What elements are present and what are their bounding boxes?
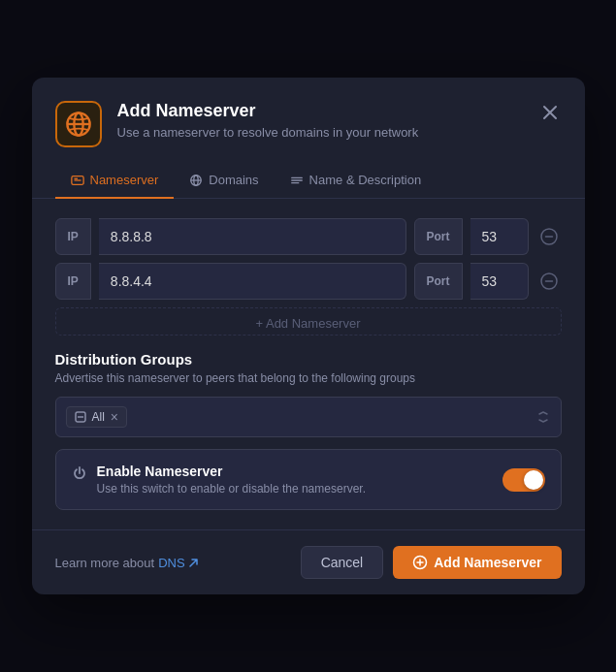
distribution-desc: Advertise this nameserver to peers that … (55, 371, 562, 385)
nameserver-row-0: IP Port (55, 218, 562, 255)
enable-title: Enable Nameserver (97, 464, 366, 479)
toggle-thumb (524, 470, 543, 490)
modal-container: Add Nameserver Use a nameserver to resol… (32, 78, 585, 594)
port-input-1[interactable] (470, 263, 529, 300)
ip-label-1: IP (55, 263, 91, 300)
modal-subtitle: Use a nameserver to resolve domains in y… (117, 125, 523, 140)
footer-buttons: Cancel Add Nameserver (301, 546, 562, 579)
modal-footer: Learn more about DNS Cancel Add Nameserv… (32, 530, 585, 594)
add-nameserver-row[interactable]: + Add Nameserver (55, 307, 562, 336)
ip-input-0[interactable] (99, 218, 406, 255)
footer-learn: Learn more about DNS (55, 556, 199, 570)
modal-overlay: Add Nameserver Use a nameserver to resol… (0, 0, 616, 672)
chevron-icon (535, 409, 551, 425)
power-icon (72, 465, 87, 481)
add-nameserver-button[interactable]: Add Nameserver (393, 546, 561, 579)
remove-nameserver-0[interactable] (536, 224, 562, 249)
remove-nameserver-1[interactable] (536, 269, 562, 294)
tab-bar: Nameserver Domains Name & Description (32, 163, 585, 199)
tag-remove-all[interactable]: × (111, 410, 118, 424)
tag-all: All × (66, 406, 128, 428)
port-input-0[interactable] (470, 218, 529, 255)
tag-icon (75, 411, 86, 423)
tab-domains[interactable]: Domains (174, 163, 274, 199)
ip-input-1[interactable] (99, 263, 406, 300)
modal-header: Add Nameserver Use a nameserver to resol… (32, 78, 585, 163)
enable-text: Enable Nameserver Use this switch to ena… (97, 464, 366, 496)
modal-title-block: Add Nameserver Use a nameserver to resol… (117, 101, 523, 140)
tab-name-description[interactable]: Name & Description (275, 163, 438, 199)
enable-toggle[interactable] (503, 468, 545, 492)
tag-label: All (92, 410, 105, 424)
toggle-track (503, 468, 545, 492)
add-icon (412, 555, 428, 570)
enable-card-left: Enable Nameserver Use this switch to ena… (72, 464, 366, 496)
cancel-button[interactable]: Cancel (301, 546, 384, 579)
distribution-section: Distribution Groups Advertise this names… (55, 351, 562, 437)
modal-body: IP Port IP Port (32, 199, 585, 529)
dns-link[interactable]: DNS (158, 556, 198, 570)
enable-desc: Use this switch to enable or disable the… (97, 482, 366, 496)
tags-list: All × (66, 406, 535, 428)
distribution-tags-input[interactable]: All × (55, 397, 562, 437)
modal-icon (55, 101, 102, 147)
nameserver-row-1: IP Port (55, 263, 562, 300)
distribution-title: Distribution Groups (55, 351, 562, 368)
enable-card: Enable Nameserver Use this switch to ena… (55, 449, 562, 510)
ip-label-0: IP (55, 218, 91, 255)
port-label-0: Port (414, 218, 463, 255)
tab-nameserver[interactable]: Nameserver (55, 163, 175, 199)
modal-title: Add Nameserver (117, 101, 523, 121)
close-button[interactable] (538, 101, 562, 124)
port-label-1: Port (414, 263, 463, 300)
